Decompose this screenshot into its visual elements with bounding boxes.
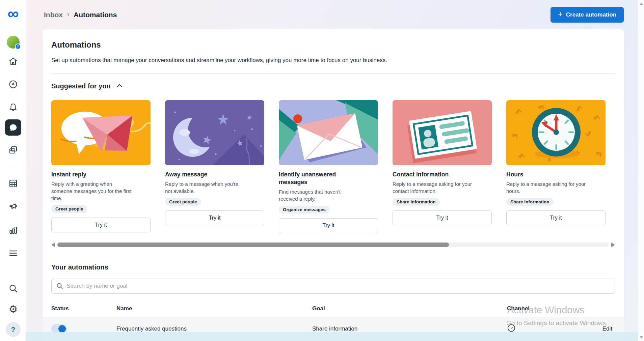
page-scrollbar[interactable] [638,0,644,341]
messenger-icon [507,324,516,333]
breadcrumb-inbox[interactable]: Inbox [44,11,63,19]
goal-tag: Greet people [51,205,87,213]
meta-logo: ∞ [8,5,19,22]
sidebar-item-notifications[interactable] [5,99,21,115]
search-icon [56,283,63,289]
settings-gear-icon: ⚙ [9,304,18,314]
sidebar-item-inbox[interactable] [5,119,21,136]
carousel-scrollbar [51,243,615,247]
divider [51,73,615,74]
suggestion-card-hours: Hours Reply to a message asking for your… [506,100,606,233]
column-status: Status [51,305,116,312]
suggestion-title: Identify unanswered messages [279,171,360,186]
suggestion-description: Reply with a greeting when someone messa… [51,180,132,202]
breadcrumb: Inbox › Automations [44,10,117,19]
home-icon [8,56,18,66]
content-pages-icon [8,145,18,155]
boost-icon [8,79,18,89]
envelopes-illustration [279,100,378,165]
suggestion-card-identify-unanswered: Identify unanswered messages Find messag… [279,100,378,233]
suggested-for-you-title: Suggested for you [51,82,111,90]
scroll-up-arrow[interactable] [640,2,643,5]
suggestion-description: Reply to a message asking for your hours… [506,180,587,195]
collapse-suggested-button[interactable] [115,83,124,90]
automations-search [51,279,615,294]
planner-grid-icon [8,178,18,189]
sidebar-item-content[interactable] [5,142,21,158]
try-it-button[interactable]: Try it [165,210,264,225]
column-goal: Goal [312,305,507,312]
search-icon [8,283,18,293]
goal-tag: Organize messages [279,206,330,214]
meta-home-button[interactable]: ∞ [5,5,21,22]
sidebar-item-planner[interactable] [5,175,21,192]
suggestion-cards-row: Instant reply Reply with a greeting when… [51,100,615,233]
suggestion-description: Reply to a message asking for your conta… [393,180,474,195]
automations-panel: Automations Set up automations that mana… [43,29,624,341]
sidebar-item-boost[interactable] [5,76,21,92]
help-button[interactable]: ? [6,322,21,337]
clock-illustration [506,100,606,165]
sidebar-item-home[interactable] [5,53,21,69]
carousel-scrollbar-thumb[interactable] [57,243,449,247]
sidebar-search-button[interactable] [5,280,21,296]
edit-link[interactable]: Edit [591,325,615,332]
try-it-button[interactable]: Try it [506,210,606,225]
table-header: Status Name Goal Channel [51,305,615,312]
toggle-knob [58,325,66,333]
breadcrumb-automations: Automations [74,11,117,19]
main-area: Inbox › Automations + Create automation … [26,0,638,341]
automation-name: Frequently asked questions [116,325,312,332]
table-row[interactable]: Frequently asked questions Share informa… [43,317,624,341]
search-input[interactable] [66,283,610,289]
your-automations-title: Your automations [51,263,615,271]
column-name: Name [116,305,312,312]
try-it-button[interactable]: Try it [393,210,492,225]
sidebar: ∞ f [0,0,26,341]
suggestion-title: Away message [165,171,207,178]
more-menu-icon [8,248,18,258]
chevron-up-icon [117,84,123,89]
page-title: Automations [51,40,615,50]
page-description: Set up automations that manage your conv… [51,57,615,64]
carousel-track[interactable] [57,243,609,247]
automation-goal: Share information [312,325,507,332]
carousel-right-arrow[interactable] [611,243,615,247]
suggestion-card-instant-reply: Instant reply Reply with a greeting when… [51,100,151,233]
goal-tag: Greet people [165,198,201,206]
paper-plane-speech-bubble-illustration [51,100,151,165]
notifications-bell-icon [8,102,18,112]
insights-bar-chart-icon [8,225,18,235]
carousel-left-arrow[interactable] [51,243,55,247]
column-channel: Channel [507,305,591,312]
app-window: ∞ f [0,0,644,341]
facebook-badge-icon: f [15,44,21,50]
sidebar-item-more[interactable] [5,245,21,261]
contact-card-illustration [393,100,492,165]
suggestion-title: Instant reply [51,171,86,178]
help-icon: ? [11,325,16,334]
sidebar-divider [7,165,20,165]
sidebar-item-insights[interactable] [5,222,21,238]
suggestion-description: Reply to a message when you're not avail… [165,180,246,195]
goal-tag: Share information [393,198,440,206]
crescent-moon-night-illustration [165,100,264,165]
ads-megaphone-icon [8,201,18,211]
suggestion-description: Find messages that haven't received a re… [279,188,360,202]
suggestion-card-away-message: Away message Reply to a message when you… [165,100,264,233]
try-it-button[interactable]: Try it [279,218,378,233]
business-avatar[interactable]: f [7,36,20,49]
try-it-button[interactable]: Try it [51,218,151,232]
scroll-down-arrow[interactable] [640,336,643,339]
inbox-chat-icon [8,122,18,133]
suggestion-card-contact-information: Contact information Reply to a message a… [393,100,492,233]
sidebar-settings-button[interactable]: ⚙ [5,301,21,317]
plus-icon: + [558,10,562,19]
goal-tag: Share information [506,198,554,206]
create-automation-button[interactable]: + Create automation [551,7,624,23]
chevron-right-icon: › [67,10,70,19]
sidebar-item-ads[interactable] [5,198,21,215]
suggestion-title: Hours [506,171,524,178]
top-bar: Inbox › Automations + Create automation [26,0,638,29]
status-toggle[interactable] [51,324,67,334]
